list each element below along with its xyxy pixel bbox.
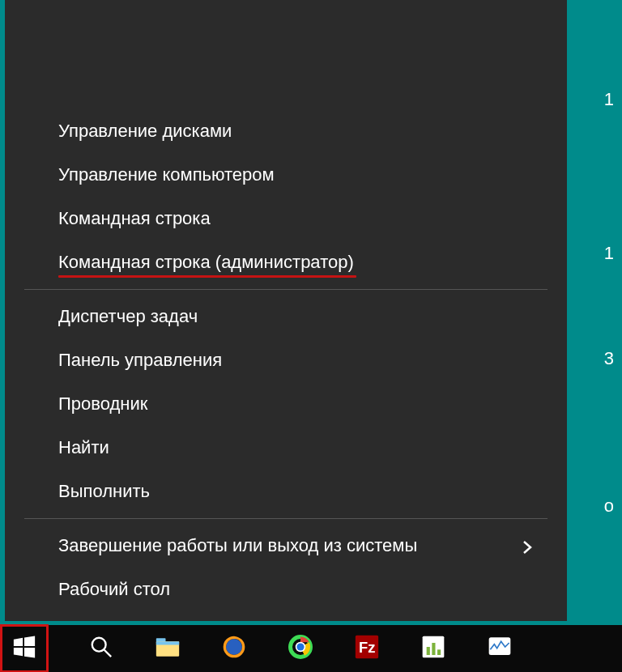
desktop-text: о — [604, 495, 614, 517]
taskbar: Fz — [0, 625, 622, 672]
menu-item-run[interactable]: Выполнить — [5, 470, 567, 513]
menu-item-command-prompt[interactable]: Командная строка — [5, 197, 567, 240]
start-context-menu: Управление дисками Управление компьютеро… — [5, 0, 567, 621]
file-explorer-icon — [156, 635, 180, 662]
menu-item-task-manager[interactable]: Диспетчер задач — [5, 295, 567, 338]
desktop-text: 1 — [604, 89, 614, 110]
svg-rect-17 — [432, 643, 435, 655]
desktop-text: 3 — [604, 348, 614, 369]
menu-item-label: Найти — [58, 437, 109, 457]
svg-marker-3 — [24, 648, 35, 658]
menu-item-control-panel[interactable]: Панель управления — [5, 338, 567, 382]
menu-item-computer-management[interactable]: Управление компьютером — [5, 153, 567, 197]
menu-item-search[interactable]: Найти — [5, 426, 567, 470]
menu-item-label: Управление компьютером — [58, 164, 275, 185]
taskbar-filezilla-button[interactable]: Fz — [336, 625, 398, 672]
chevron-right-icon — [520, 538, 535, 553]
search-icon — [89, 635, 113, 662]
menu-item-command-prompt-admin[interactable]: Командная строка (администратор) — [5, 240, 567, 284]
menu-item-label: Командная строка (администратор) — [58, 252, 354, 272]
app-monitor-icon — [488, 635, 512, 662]
menu-item-label: Выполнить — [58, 481, 150, 501]
menu-separator — [24, 518, 547, 519]
svg-point-4 — [92, 638, 106, 652]
filezilla-icon: Fz — [355, 635, 379, 662]
svg-point-9 — [226, 639, 242, 655]
svg-marker-0 — [14, 638, 23, 646]
taskbar-app-chart-button[interactable] — [403, 625, 464, 672]
menu-item-label: Диспетчер задач — [58, 306, 198, 326]
svg-rect-18 — [437, 649, 441, 655]
menu-separator — [24, 289, 547, 290]
menu-item-label: Рабочий стол — [58, 579, 170, 599]
start-button[interactable] — [2, 627, 46, 670]
menu-item-shutdown-signout[interactable]: Завершение работы или выход из системы — [5, 524, 567, 568]
firefox-icon — [222, 635, 246, 662]
svg-point-12 — [296, 643, 304, 650]
svg-line-5 — [104, 650, 111, 657]
taskbar-firefox-button[interactable] — [203, 625, 265, 672]
menu-item-label: Завершение работы или выход из системы — [58, 535, 417, 555]
svg-rect-8 — [156, 641, 179, 644]
menu-item-file-explorer[interactable]: Проводник — [5, 382, 567, 426]
menu-item-disk-management[interactable]: Управление дисками — [5, 109, 567, 153]
taskbar-search-button[interactable] — [70, 625, 132, 672]
highlight-underline — [58, 275, 356, 278]
taskbar-chrome-button[interactable] — [270, 625, 331, 672]
svg-marker-2 — [14, 648, 23, 656]
svg-marker-1 — [24, 636, 35, 646]
windows-icon — [12, 635, 36, 662]
menu-item-desktop[interactable]: Рабочий стол — [5, 568, 567, 611]
app-chart-icon — [421, 635, 445, 662]
menu-item-label: Проводник — [58, 393, 147, 414]
svg-text:Fz: Fz — [359, 639, 375, 656]
desktop-text: 1 — [604, 243, 614, 264]
menu-item-label: Панель управления — [58, 350, 222, 370]
menu-item-label: Командная строка — [58, 208, 211, 228]
menu-item-label: Управление дисками — [58, 121, 232, 141]
taskbar-file-explorer-button[interactable] — [137, 625, 198, 672]
chrome-icon — [288, 635, 313, 662]
svg-rect-16 — [427, 647, 430, 655]
taskbar-app-monitor-button[interactable] — [469, 625, 530, 672]
